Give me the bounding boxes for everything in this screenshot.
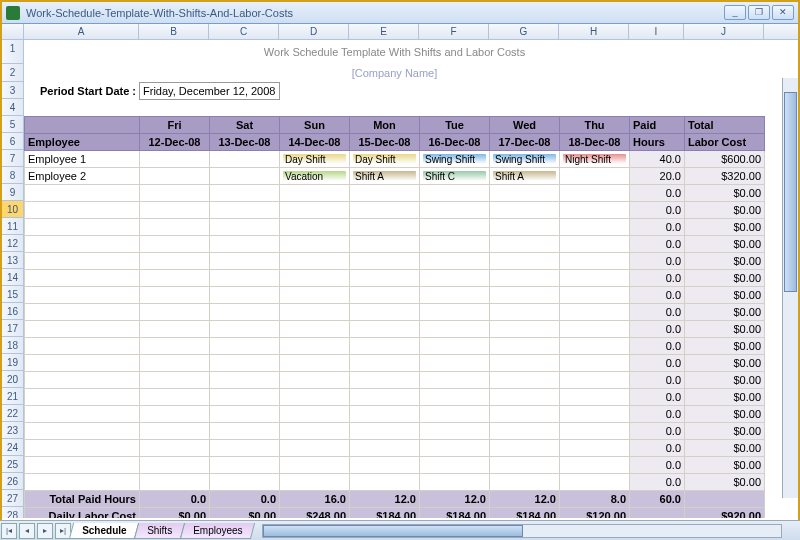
shift-cell-1-3[interactable]: Shift A (350, 167, 420, 184)
shift-cell-3-0[interactable] (140, 201, 210, 218)
shift-cell-19-3[interactable] (350, 473, 420, 490)
shift-cell-9-6[interactable] (560, 303, 630, 320)
shift-cell-18-4[interactable] (420, 456, 490, 473)
shift-cell-14-0[interactable] (140, 388, 210, 405)
shift-cell-1-2[interactable]: Vacation (280, 167, 350, 184)
shift-cell-6-3[interactable] (350, 252, 420, 269)
shift-cell-12-6[interactable] (560, 354, 630, 371)
vscroll-thumb[interactable] (784, 92, 797, 292)
shift-cell-1-6[interactable] (560, 167, 630, 184)
shift-cell-19-6[interactable] (560, 473, 630, 490)
shift-cell-13-0[interactable] (140, 371, 210, 388)
row-header-18[interactable]: 18 (2, 337, 24, 354)
column-header-I[interactable]: I (629, 24, 684, 39)
shift-cell-17-0[interactable] (140, 439, 210, 456)
shift-cell-19-0[interactable] (140, 473, 210, 490)
shift-cell-10-6[interactable] (560, 320, 630, 337)
shift-cell-1-0[interactable] (140, 167, 210, 184)
row-header-8[interactable]: 8 (2, 167, 24, 184)
shift-cell-10-1[interactable] (210, 320, 280, 337)
employee-name-4[interactable] (25, 218, 140, 235)
shift-cell-16-2[interactable] (280, 422, 350, 439)
shift-cell-5-5[interactable] (490, 235, 560, 252)
tab-nav-prev[interactable]: ◂ (19, 523, 35, 539)
shift-cell-9-4[interactable] (420, 303, 490, 320)
column-header-A[interactable]: A (24, 24, 139, 39)
shift-cell-17-3[interactable] (350, 439, 420, 456)
shift-cell-18-6[interactable] (560, 456, 630, 473)
employee-name-12[interactable] (25, 354, 140, 371)
shift-cell-16-4[interactable] (420, 422, 490, 439)
shift-cell-19-1[interactable] (210, 473, 280, 490)
shift-cell-5-2[interactable] (280, 235, 350, 252)
shift-cell-16-3[interactable] (350, 422, 420, 439)
shift-cell-8-5[interactable] (490, 286, 560, 303)
shift-cell-10-5[interactable] (490, 320, 560, 337)
shift-cell-16-5[interactable] (490, 422, 560, 439)
shift-cell-19-5[interactable] (490, 473, 560, 490)
period-start-date[interactable]: Friday, December 12, 2008 (140, 82, 280, 99)
employee-name-11[interactable] (25, 337, 140, 354)
row-header-24[interactable]: 24 (2, 439, 24, 456)
shift-cell-12-1[interactable] (210, 354, 280, 371)
shift-cell-6-5[interactable] (490, 252, 560, 269)
shift-cell-8-2[interactable] (280, 286, 350, 303)
maximize-button[interactable]: ❐ (748, 5, 770, 20)
shift-cell-3-4[interactable] (420, 201, 490, 218)
shift-cell-5-3[interactable] (350, 235, 420, 252)
shift-cell-11-2[interactable] (280, 337, 350, 354)
shift-cell-0-4[interactable]: Swing Shift (420, 150, 490, 167)
row-header-14[interactable]: 14 (2, 269, 24, 286)
column-header-H[interactable]: H (559, 24, 629, 39)
shift-cell-8-1[interactable] (210, 286, 280, 303)
shift-cell-10-0[interactable] (140, 320, 210, 337)
row-header-21[interactable]: 21 (2, 388, 24, 405)
row-header-23[interactable]: 23 (2, 422, 24, 439)
spreadsheet-grid[interactable]: Work Schedule Template With Shifts and L… (24, 40, 765, 518)
employee-name-18[interactable] (25, 456, 140, 473)
row-header-7[interactable]: 7 (2, 150, 24, 167)
shift-cell-12-0[interactable] (140, 354, 210, 371)
shift-cell-0-0[interactable] (140, 150, 210, 167)
row-header-1[interactable]: 1 (2, 40, 24, 64)
shift-cell-13-3[interactable] (350, 371, 420, 388)
row-header-10[interactable]: 10 (2, 201, 24, 218)
shift-cell-17-4[interactable] (420, 439, 490, 456)
shift-cell-14-6[interactable] (560, 388, 630, 405)
shift-cell-15-3[interactable] (350, 405, 420, 422)
sheet-tab-shifts[interactable]: Shifts (134, 523, 185, 539)
shift-cell-8-3[interactable] (350, 286, 420, 303)
column-header-G[interactable]: G (489, 24, 559, 39)
shift-cell-5-0[interactable] (140, 235, 210, 252)
shift-cell-17-1[interactable] (210, 439, 280, 456)
close-button[interactable]: ✕ (772, 5, 794, 20)
row-header-19[interactable]: 19 (2, 354, 24, 371)
shift-cell-7-3[interactable] (350, 269, 420, 286)
shift-cell-10-2[interactable] (280, 320, 350, 337)
shift-cell-10-4[interactable] (420, 320, 490, 337)
shift-cell-13-6[interactable] (560, 371, 630, 388)
shift-cell-6-2[interactable] (280, 252, 350, 269)
shift-cell-8-0[interactable] (140, 286, 210, 303)
shift-cell-6-4[interactable] (420, 252, 490, 269)
shift-cell-2-6[interactable] (560, 184, 630, 201)
row-header-15[interactable]: 15 (2, 286, 24, 303)
shift-cell-14-3[interactable] (350, 388, 420, 405)
shift-cell-9-0[interactable] (140, 303, 210, 320)
shift-cell-4-3[interactable] (350, 218, 420, 235)
employee-name-6[interactable] (25, 252, 140, 269)
shift-cell-9-5[interactable] (490, 303, 560, 320)
shift-cell-2-2[interactable] (280, 184, 350, 201)
column-header-E[interactable]: E (349, 24, 419, 39)
shift-cell-2-3[interactable] (350, 184, 420, 201)
shift-cell-12-3[interactable] (350, 354, 420, 371)
shift-cell-17-5[interactable] (490, 439, 560, 456)
row-header-25[interactable]: 25 (2, 456, 24, 473)
employee-name-2[interactable] (25, 184, 140, 201)
shift-cell-19-4[interactable] (420, 473, 490, 490)
shift-cell-18-3[interactable] (350, 456, 420, 473)
employee-name-8[interactable] (25, 286, 140, 303)
shift-cell-11-5[interactable] (490, 337, 560, 354)
shift-cell-3-1[interactable] (210, 201, 280, 218)
shift-cell-2-1[interactable] (210, 184, 280, 201)
